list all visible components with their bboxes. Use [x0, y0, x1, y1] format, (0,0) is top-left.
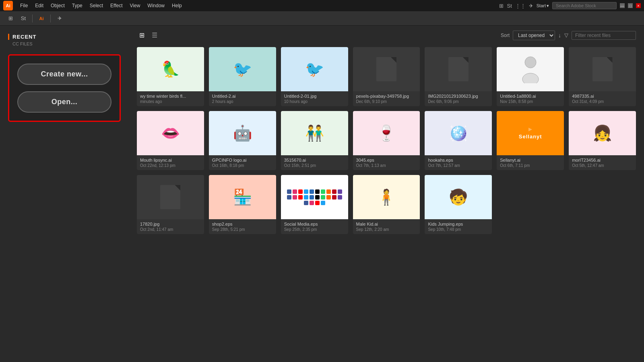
- file-name: 17820.jpg: [140, 222, 201, 226]
- menu-type[interactable]: Type: [69, 2, 86, 9]
- file-thumbnail: 🧍: [353, 175, 420, 219]
- file-thumbnail: 🧒: [425, 175, 492, 219]
- minimize-button[interactable]: —: [620, 3, 625, 8]
- file-card[interactable]: 👬 3515670.ai Oct 15th, 2:51 pm: [281, 111, 348, 170]
- grid-view-button[interactable]: ⊞: [137, 30, 147, 41]
- essentials-icon[interactable]: St: [507, 3, 512, 9]
- file-date: 10 hours ago: [284, 99, 345, 104]
- file-thumbnail: 👬: [281, 111, 348, 155]
- file-thumbnail: 🏪: [209, 175, 276, 219]
- share-toolbar-icon[interactable]: ✈: [54, 13, 65, 24]
- file-name: Sellanyt.ai: [500, 158, 561, 162]
- menu-edit[interactable]: Edit: [32, 2, 47, 9]
- file-info: hookahs.eps Oct 7th, 12:57 am: [425, 155, 492, 170]
- create-new-button[interactable]: Create new...: [17, 64, 111, 85]
- sort-label: Sort: [501, 33, 510, 38]
- file-name: Untitled-1a8800.ai: [500, 94, 561, 99]
- ai-icon-small: Ai: [36, 13, 47, 24]
- share-icon[interactable]: ✈: [529, 3, 533, 9]
- sort-controls: Sort Last opened ↓ ▽: [501, 31, 636, 40]
- file-date: Sep 10th, 7:48 pm: [428, 227, 489, 232]
- file-info: Sellanyt.ai Oct 6th, 7:11 pm: [497, 155, 564, 170]
- file-name: GPCINFO logo.ai: [212, 158, 273, 162]
- sort-select[interactable]: Last opened: [513, 31, 555, 40]
- file-card[interactable]: Untitled-1a8800.ai Nov 15th, 8:58 pm: [497, 47, 564, 106]
- right-content: ⊞ ☰ Sort Last opened ↓ ▽ 🦜 wy time winte…: [129, 26, 644, 362]
- file-card[interactable]: 👄 Mouth lipsync.ai Oct 22nd, 12:13 pm: [137, 111, 204, 170]
- file-date: Oct 16th, 8:18 pm: [212, 163, 273, 168]
- file-date: Sep 28th, 5:21 pm: [212, 227, 273, 232]
- file-card[interactable]: 👧 morIT23456.ai Oct 5th, 12:47 am: [569, 111, 636, 170]
- file-name: Untitled-2.ai: [212, 94, 273, 99]
- menu-object[interactable]: Object: [47, 2, 68, 9]
- file-card[interactable]: 🏪 shop2.eps Sep 28th, 5:21 pm: [209, 175, 276, 234]
- file-card[interactable]: 🐦 Untitled-2.ai 2 hours ago: [209, 47, 276, 106]
- file-date: Oct 2nd, 11:47 am: [140, 227, 201, 232]
- file-info: Social Media.eps Sep 25th, 2:35 pm: [281, 219, 348, 234]
- workspace-button[interactable]: Start ▾: [537, 3, 549, 8]
- file-card[interactable]: 4987335.ai Oct 31st, 4:09 pm: [569, 47, 636, 106]
- file-name: Kids Jumping.eps: [428, 222, 489, 226]
- file-info: 17820.jpg Oct 2nd, 11:47 am: [137, 219, 204, 234]
- file-card[interactable]: 17820.jpg Oct 2nd, 11:47 am: [137, 175, 204, 234]
- file-card[interactable]: ▶ Sellanyt Sellanyt.ai Oct 6th, 7:11 pm: [497, 111, 564, 170]
- file-card[interactable]: 🐦 Untitled-2-01.jpg 10 hours ago: [281, 47, 348, 106]
- menu-select[interactable]: Select: [87, 2, 106, 9]
- sort-direction-button[interactable]: ↓: [558, 32, 561, 39]
- file-grid: 🦜 wy time winter birds fl... minutes ago…: [137, 47, 636, 234]
- search-stock-input[interactable]: [552, 2, 617, 9]
- menu-bar-right: ⊞ St ⋮⋮ ✈ Start ▾ — □ ×: [499, 2, 641, 9]
- file-info: Untitled-1a8800.ai Nov 15th, 8:58 pm: [497, 91, 564, 106]
- close-button[interactable]: ×: [636, 3, 641, 8]
- open-button[interactable]: Open...: [17, 91, 111, 113]
- toolbar: ⊞ St Ai ✈: [0, 11, 644, 26]
- file-info: Mouth lipsync.ai Oct 22nd, 12:13 pm: [137, 155, 204, 170]
- file-info: Kids Jumping.eps Sep 10th, 7:48 pm: [425, 219, 492, 234]
- list-view-button[interactable]: ☰: [149, 30, 160, 41]
- filter-input[interactable]: [572, 31, 636, 40]
- file-thumbnail: 🪩: [425, 111, 492, 155]
- file-name: shop2.eps: [212, 222, 273, 226]
- file-card[interactable]: 🧍 Male Kid.ai Sep 12th, 2:20 am: [353, 175, 420, 234]
- file-card[interactable]: 🍷 3045.eps Oct 7th, 1:13 am: [353, 111, 420, 170]
- file-date: Dec 6th, 9:06 pm: [428, 99, 489, 104]
- file-card[interactable]: Social Media.eps Sep 25th, 2:35 pm: [281, 175, 348, 234]
- file-thumbnail: 🤖: [209, 111, 276, 155]
- file-info: wy time winter birds fl... minutes ago: [137, 91, 204, 106]
- file-card[interactable]: 🦜 wy time winter birds fl... minutes ago: [137, 47, 204, 106]
- arrange-icon[interactable]: ⊞: [499, 3, 504, 9]
- menu-effect[interactable]: Effect: [107, 2, 126, 9]
- file-card[interactable]: 🪩 hookahs.eps Oct 7th, 12:57 am: [425, 111, 492, 170]
- file-info: 3515670.ai Oct 15th, 2:51 pm: [281, 155, 348, 170]
- file-name: 3515670.ai: [284, 158, 345, 162]
- toolbar-separator-2: [50, 14, 51, 23]
- cc-files-label: CC FILES: [12, 41, 121, 46]
- file-date: minutes ago: [140, 99, 201, 104]
- file-card[interactable]: 🤖 GPCINFO logo.ai Oct 16th, 8:18 pm: [209, 111, 276, 170]
- maximize-button[interactable]: □: [628, 3, 633, 8]
- file-info: shop2.eps Sep 28th, 5:21 pm: [209, 219, 276, 234]
- file-name: pexels-pixabay-349758.jpg: [356, 94, 417, 99]
- menu-file[interactable]: File: [17, 2, 31, 9]
- toolbar-separator: [32, 14, 33, 23]
- menu-window[interactable]: Window: [144, 2, 168, 9]
- file-info: GPCINFO logo.ai Oct 16th, 8:18 pm: [209, 155, 276, 170]
- file-card[interactable]: IMG20210129100623.jpg Dec 6th, 9:06 pm: [425, 47, 492, 106]
- file-card[interactable]: pexels-pixabay-349758.jpg Dec 6th, 9:10 …: [353, 47, 420, 106]
- file-name: Mouth lipsync.ai: [140, 158, 201, 162]
- file-date: Sep 12th, 2:20 am: [356, 227, 417, 232]
- file-thumbnail: 👧: [569, 111, 636, 155]
- main-content: RECENT CC FILES Create new... Open... ⊞ …: [0, 26, 644, 362]
- list-icon[interactable]: St: [18, 13, 29, 24]
- file-card[interactable]: 🧒 Kids Jumping.eps Sep 10th, 7:48 pm: [425, 175, 492, 234]
- file-name: Untitled-2-01.jpg: [284, 94, 345, 99]
- file-info: 3045.eps Oct 7th, 1:13 am: [353, 155, 420, 170]
- file-info: Untitled-2-01.jpg 10 hours ago: [281, 91, 348, 106]
- panel-icon[interactable]: ⋮⋮: [515, 3, 526, 9]
- file-thumbnail: [137, 175, 204, 219]
- file-date: Oct 5th, 12:47 am: [572, 163, 633, 168]
- menu-help[interactable]: Help: [169, 2, 185, 9]
- grid-icon[interactable]: ⊞: [5, 13, 16, 24]
- menu-view[interactable]: View: [127, 2, 144, 9]
- file-thumbnail: 🐦: [281, 47, 348, 91]
